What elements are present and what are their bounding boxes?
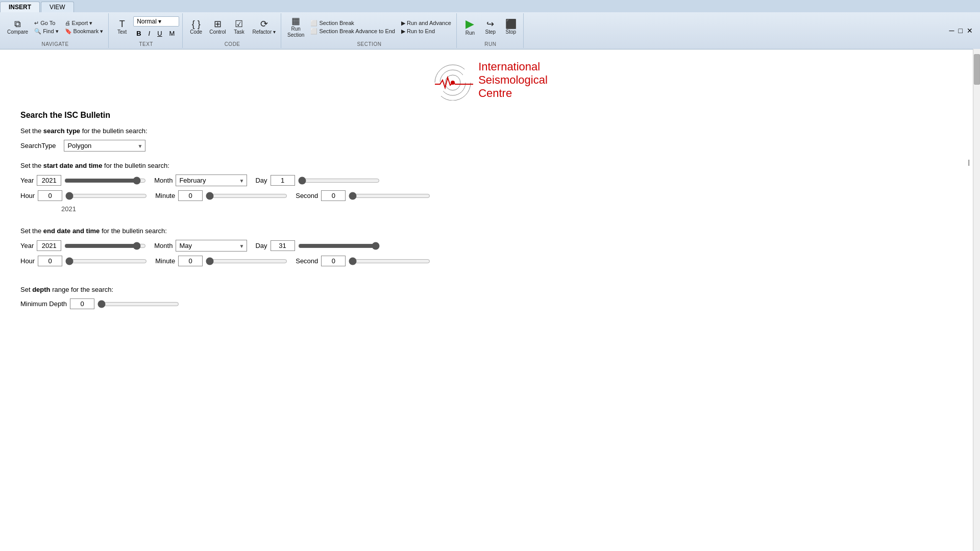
- tab-view[interactable]: VIEW: [41, 2, 74, 12]
- goto-button[interactable]: ↵ Go To: [32, 19, 60, 27]
- run-button[interactable]: ▶ Run: [461, 17, 479, 37]
- find-button[interactable]: 🔍 Find ▾: [32, 28, 60, 35]
- run-section-icon: ▦: [291, 16, 300, 26]
- section-break-icon: ⬜: [310, 20, 317, 27]
- start-year-slider[interactable]: [64, 177, 146, 185]
- toolbar-group-code: { } Code ⊞ Control ☑ Task ⟳ Refactor ▾ C…: [184, 13, 281, 48]
- find-icon: 🔍: [34, 28, 41, 35]
- start-year-input[interactable]: [37, 175, 61, 186]
- bold-button[interactable]: B: [133, 29, 144, 38]
- min-depth-field: Minimum Depth: [20, 298, 179, 309]
- format-buttons: B I U M: [133, 29, 179, 38]
- end-hour-slider[interactable]: [65, 257, 147, 265]
- compare-button[interactable]: ⧉ Compare: [5, 18, 30, 36]
- section-label: SECTION: [357, 41, 381, 47]
- search-type-select[interactable]: Polygon Rectangle Global: [64, 140, 145, 152]
- start-month-select[interactable]: January February March April May June Ju…: [176, 174, 247, 186]
- normal-dropdown[interactable]: Normal ▾: [133, 16, 179, 27]
- task-button[interactable]: ☑ Task: [230, 18, 248, 36]
- search-type-field-label: SearchType: [20, 142, 56, 149]
- code-label: CODE: [225, 41, 240, 47]
- start-hour-field: Hour: [20, 190, 147, 201]
- export-button[interactable]: 🖨 Export ▾: [63, 19, 106, 27]
- run-to-end-button[interactable]: ▶ Run to End: [399, 28, 453, 35]
- start-row1: Year Month January February March April …: [20, 174, 960, 186]
- text-label: TEXT: [139, 41, 153, 47]
- end-month-dropdown-wrapper: January February March April May June Ju…: [176, 240, 247, 252]
- scrollbar[interactable]: [973, 49, 980, 551]
- end-year-field: Year: [20, 240, 146, 251]
- bookmark-icon: 🔖: [65, 28, 72, 35]
- cursor-position: |: [968, 158, 970, 166]
- export-bookmark-group: 🖨 Export ▾ 🔖 Bookmark ▾: [63, 19, 106, 35]
- section-break-advance-icon: ⬜: [310, 28, 317, 35]
- main-content: International Seismological Centre Searc…: [0, 49, 980, 551]
- section-break-advance-button[interactable]: ⬜ Section Break Advance to End: [308, 28, 397, 35]
- italic-button[interactable]: I: [145, 29, 154, 38]
- end-day-field: Day: [255, 240, 379, 251]
- start-month-field: Month January February March April May J…: [154, 174, 247, 186]
- end-month-select[interactable]: January February March April May June Ju…: [176, 240, 247, 252]
- step-button[interactable]: ↪ Step: [481, 18, 500, 36]
- start-day-slider[interactable]: [298, 177, 380, 185]
- maximize-icon[interactable]: □: [958, 26, 964, 36]
- end-day-slider[interactable]: [298, 242, 380, 250]
- start-month-dropdown-wrapper: January February March April May June Ju…: [176, 174, 247, 186]
- start-minute-field: Minute: [155, 190, 287, 201]
- section-break-button[interactable]: ⬜ Section Break: [308, 19, 397, 27]
- section-small-group: ⬜ Section Break ⬜ Section Break Advance …: [308, 19, 397, 35]
- start-second-slider[interactable]: [349, 192, 430, 200]
- end-minute-slider[interactable]: [206, 257, 287, 265]
- end-row1: Year Month January February March April …: [20, 240, 960, 252]
- end-day-input[interactable]: [271, 240, 295, 251]
- toolbar-group-navigate: ⧉ Compare ↵ Go To 🔍 Find ▾ 🖨: [2, 13, 109, 48]
- start-year-display: 2021: [61, 205, 960, 213]
- compare-icon: ⧉: [14, 19, 21, 29]
- refactor-button[interactable]: ⟳ Refactor ▾: [250, 18, 278, 36]
- min-depth-input[interactable]: [70, 298, 94, 309]
- toolbar-tabs: INSERT VIEW: [0, 0, 980, 12]
- run-to-end-icon: ▶: [401, 28, 405, 35]
- start-minute-slider[interactable]: [206, 192, 287, 200]
- end-minute-input[interactable]: [178, 256, 203, 266]
- math-button[interactable]: M: [166, 29, 178, 38]
- run-section-button[interactable]: ▦ RunSection: [285, 15, 306, 39]
- code-button[interactable]: { } Code: [187, 18, 205, 36]
- end-hour-field: Hour: [20, 256, 147, 266]
- end-month-field: Month January February March April May J…: [154, 240, 247, 252]
- text-button[interactable]: T Text: [113, 18, 131, 36]
- minimize-icon[interactable]: ─: [948, 26, 955, 36]
- start-day-input[interactable]: [271, 175, 295, 186]
- start-hour-slider[interactable]: [65, 192, 147, 200]
- text-icon: T: [119, 19, 125, 29]
- svg-point-3: [451, 81, 455, 85]
- underline-button[interactable]: U: [154, 29, 165, 38]
- control-button[interactable]: ⊞ Control: [207, 18, 228, 36]
- search-type-row: SearchType Polygon Rectangle Global: [20, 140, 960, 152]
- bookmark-button[interactable]: 🔖 Bookmark ▾: [63, 28, 106, 35]
- close-icon[interactable]: ✕: [966, 26, 974, 36]
- start-hour-input[interactable]: [38, 190, 62, 201]
- end-hour-input[interactable]: [38, 256, 62, 266]
- tab-insert[interactable]: INSERT: [0, 2, 40, 12]
- search-type-dropdown-wrapper: Polygon Rectangle Global: [64, 140, 145, 152]
- run-advance-group: ▶ Run and Advance ▶ Run to End: [399, 19, 453, 35]
- end-second-slider[interactable]: [349, 257, 430, 265]
- end-year-slider[interactable]: [64, 242, 146, 250]
- end-year-input[interactable]: [37, 240, 61, 251]
- start-date-desc: Set the start date and time for the bull…: [20, 162, 960, 169]
- start-second-input[interactable]: [321, 190, 346, 201]
- end-second-input[interactable]: [321, 256, 346, 266]
- scrollbar-thumb[interactable]: [974, 54, 980, 85]
- task-icon: ☑: [235, 19, 243, 29]
- logo-svg: [432, 60, 473, 101]
- start-minute-input[interactable]: [178, 190, 203, 201]
- start-day-field: Day: [255, 175, 379, 186]
- stop-button[interactable]: ⬛ Stop: [502, 18, 520, 36]
- logo-area: International Seismological Centre: [20, 60, 960, 101]
- min-depth-slider[interactable]: [97, 300, 179, 308]
- control-icon: ⊞: [214, 19, 222, 29]
- start-row2: Hour Minute Second: [20, 190, 960, 201]
- toolbar-right: ─ □ ✕: [948, 13, 978, 48]
- run-advance-button[interactable]: ▶ Run and Advance: [399, 19, 453, 27]
